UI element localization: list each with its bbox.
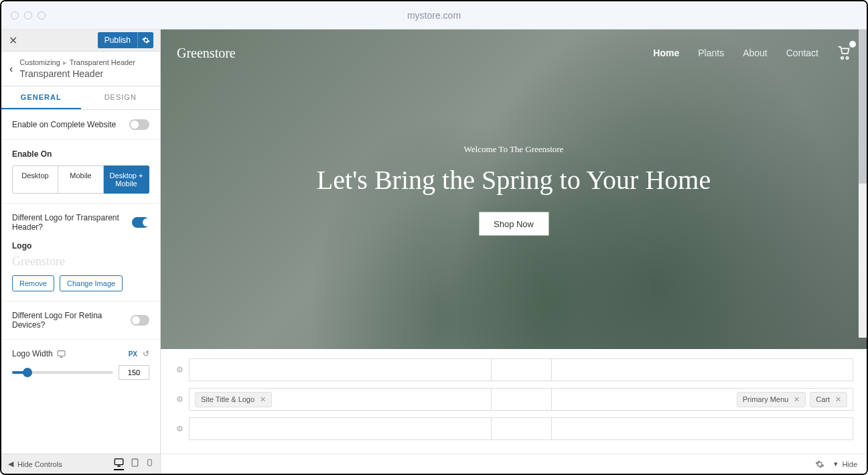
logo-width-input[interactable] bbox=[119, 365, 149, 380]
nav-plants[interactable]: Plants bbox=[698, 48, 724, 58]
shop-now-button[interactable]: Shop Now bbox=[479, 212, 549, 235]
svg-rect-8 bbox=[148, 460, 152, 466]
hero-section: Greenstore Home Plants About Contact Wel… bbox=[161, 29, 867, 349]
row-settings-icon[interactable]: ⚙ bbox=[174, 394, 185, 405]
logo-preview: Greenstore bbox=[12, 255, 149, 269]
device-mobile-icon[interactable] bbox=[146, 458, 153, 470]
chip-remove-icon[interactable]: ✕ bbox=[794, 395, 800, 404]
builder-settings-icon[interactable] bbox=[815, 460, 824, 469]
builder-cell[interactable] bbox=[492, 417, 552, 440]
diff-logo-toggle[interactable] bbox=[132, 217, 149, 228]
nav-home[interactable]: Home bbox=[653, 48, 679, 58]
chip-remove-icon[interactable]: ✕ bbox=[835, 395, 841, 404]
builder-cell[interactable] bbox=[492, 358, 552, 381]
device-tablet-icon[interactable] bbox=[131, 458, 139, 470]
remove-logo-button[interactable]: Remove bbox=[12, 275, 54, 291]
enable-complete-toggle[interactable] bbox=[129, 119, 149, 130]
enable-on-both[interactable]: Desktop + Mobile bbox=[104, 165, 149, 194]
logo-width-slider[interactable] bbox=[12, 371, 113, 374]
logo-width-label: Logo Width bbox=[12, 349, 53, 358]
reset-icon[interactable]: ↺ bbox=[143, 349, 149, 358]
window-minimize-icon[interactable] bbox=[24, 11, 32, 19]
retina-toggle[interactable] bbox=[131, 315, 149, 326]
window-controls bbox=[11, 11, 46, 19]
hero-welcome: Welcome To The Greenstore bbox=[231, 143, 796, 154]
change-image-button[interactable]: Change Image bbox=[60, 275, 123, 291]
builder-row-bottom: ⚙ bbox=[174, 417, 853, 440]
builder-cell[interactable] bbox=[552, 417, 854, 440]
browser-titlebar: mystore.com bbox=[1, 1, 867, 29]
builder-footer: ▾ Hide bbox=[161, 454, 867, 474]
diff-logo-label: Different Logo for Transparent Header? bbox=[12, 213, 132, 232]
desktop-icon[interactable] bbox=[57, 350, 66, 358]
hide-builder-button[interactable]: ▾ Hide bbox=[834, 460, 857, 468]
tab-general[interactable]: GENERAL bbox=[1, 86, 81, 109]
cart-icon[interactable] bbox=[837, 46, 851, 60]
primary-menu: Home Plants About Contact bbox=[653, 46, 851, 60]
back-button[interactable]: ‹ bbox=[9, 63, 13, 75]
svg-rect-3 bbox=[115, 459, 123, 465]
builder-cell[interactable] bbox=[189, 358, 492, 381]
section-title: Transparent Header bbox=[19, 68, 135, 79]
collapse-icon: ◀ bbox=[8, 460, 13, 468]
retina-label: Different Logo For Retina Devices? bbox=[12, 311, 131, 330]
enable-complete-label: Enable on Complete Website bbox=[12, 120, 116, 129]
enable-on-desktop[interactable]: Desktop bbox=[12, 165, 58, 194]
chip-primary-menu[interactable]: Primary Menu ✕ bbox=[737, 392, 806, 407]
chip-site-title[interactable]: Site Title & Logo ✕ bbox=[195, 392, 272, 407]
chip-remove-icon[interactable]: ✕ bbox=[260, 395, 266, 404]
enable-on-mobile[interactable]: Mobile bbox=[58, 165, 104, 194]
nav-about[interactable]: About bbox=[743, 48, 768, 58]
builder-cell[interactable] bbox=[189, 417, 492, 440]
hide-controls-button[interactable]: ◀ Hide Controls bbox=[8, 460, 62, 468]
svg-rect-6 bbox=[132, 459, 138, 466]
builder-cell-left[interactable]: Site Title & Logo ✕ bbox=[189, 388, 492, 411]
chip-cart[interactable]: Cart ✕ bbox=[810, 392, 847, 407]
site-logo[interactable]: Greenstore bbox=[177, 46, 236, 61]
publish-settings-button[interactable] bbox=[137, 32, 153, 48]
builder-row-main: ⚙ Site Title & Logo ✕ Primary Menu bbox=[174, 388, 853, 411]
enable-on-heading: Enable On bbox=[12, 149, 149, 159]
row-settings-icon[interactable]: ⚙ bbox=[174, 364, 185, 375]
unit-label[interactable]: PX bbox=[129, 350, 137, 358]
breadcrumb: Customizing▸Transparent Header bbox=[19, 58, 135, 67]
site-header: Greenstore Home Plants About Contact bbox=[161, 29, 867, 76]
row-settings-icon[interactable]: ⚙ bbox=[174, 423, 185, 434]
logo-heading: Logo bbox=[12, 241, 149, 251]
tab-design[interactable]: DESIGN bbox=[81, 86, 161, 109]
builder-row-top: ⚙ bbox=[174, 358, 853, 381]
chevron-down-icon: ▾ bbox=[834, 460, 838, 468]
window-close-icon[interactable] bbox=[11, 11, 19, 19]
hero-title: Let's Bring the Spring to Your Home bbox=[231, 163, 796, 196]
customizer-sidebar: ✕ Publish ‹ Customizing▸Transparent Head… bbox=[1, 29, 161, 474]
device-desktop-icon[interactable] bbox=[114, 458, 124, 470]
publish-button[interactable]: Publish bbox=[98, 32, 137, 48]
close-customizer-button[interactable]: ✕ bbox=[1, 29, 24, 52]
builder-cell-right[interactable]: Primary Menu ✕ Cart ✕ bbox=[552, 388, 854, 411]
nav-contact[interactable]: Contact bbox=[786, 48, 818, 58]
builder-cell-center[interactable] bbox=[492, 388, 552, 411]
enable-on-group: Desktop Mobile Desktop + Mobile bbox=[12, 165, 149, 194]
svg-rect-0 bbox=[58, 350, 65, 356]
preview-pane: Greenstore Home Plants About Contact Wel… bbox=[161, 29, 867, 474]
builder-cell[interactable] bbox=[552, 358, 854, 381]
url-display: mystore.com bbox=[407, 10, 461, 21]
window-maximize-icon[interactable] bbox=[38, 11, 46, 19]
